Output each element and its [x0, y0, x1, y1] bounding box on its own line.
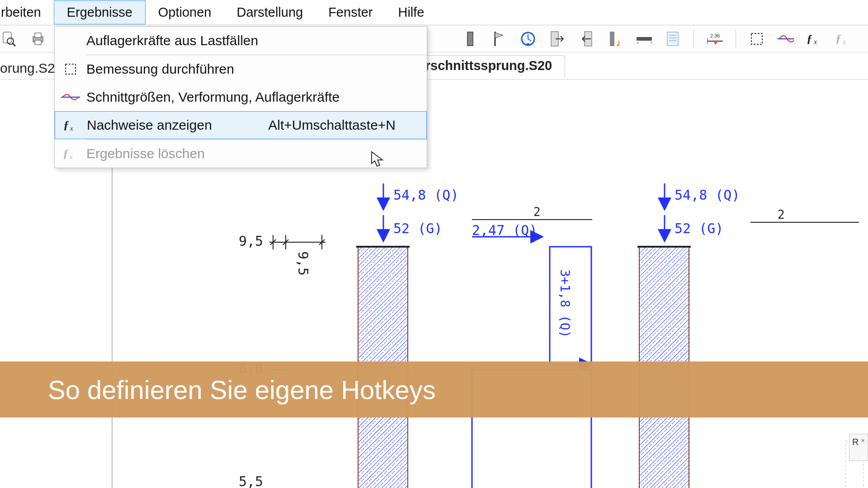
svg-rect-7 [468, 33, 472, 45]
menuitem-bemessung[interactable]: Bemessung durchführen [55, 55, 427, 83]
graph-icon [55, 92, 86, 102]
column-1: 54,8 (Q) 52 (G) [356, 183, 459, 488]
fx-icon[interactable]: ƒx [807, 31, 823, 47]
svg-text:2.36: 2.36 [710, 33, 720, 38]
dim-9-5: 9,5 9,5 [239, 233, 326, 276]
beam-icon[interactable] [636, 31, 652, 47]
menuitem-auflagerkraefte[interactable]: Auflagerkräfte aus Lastfällen [55, 27, 427, 55]
fx-grey-icon[interactable]: ƒx [835, 31, 852, 47]
flag-icon[interactable] [491, 31, 507, 47]
svg-line-2 [13, 43, 15, 46]
select-dashed-icon [55, 63, 86, 75]
menu-darstellung[interactable]: Darstellung [224, 0, 316, 24]
side-panel-right[interactable]: × R [849, 434, 868, 461]
menu-bearbeiten[interactable]: rbeiten [0, 0, 54, 24]
svg-line-15 [651, 42, 652, 43]
side-panel-label: R [852, 437, 859, 447]
svg-text:5,5: 5,5 [239, 474, 263, 488]
toolbar-separator [693, 30, 694, 48]
svg-text:x: x [70, 125, 73, 131]
nachweise-shortcut: Alt+Umschalttaste+N [268, 117, 418, 133]
mouse-cursor [371, 151, 384, 167]
svg-rect-12 [610, 32, 614, 46]
svg-text:2: 2 [778, 208, 785, 221]
printer-icon[interactable] [30, 31, 46, 47]
svg-text:52 (G): 52 (G) [675, 221, 723, 236]
menuitem-schnittgroessen[interactable]: Schnittgrößen, Verformung, Auflagerkräft… [55, 83, 427, 111]
menu-fenster[interactable]: Fenster [316, 0, 385, 24]
svg-text:ƒ: ƒ [63, 119, 69, 131]
toolbar-separator [736, 30, 736, 48]
svg-text:ƒ: ƒ [835, 33, 841, 45]
dim-9-5-label: 9,5 [239, 233, 263, 249]
tutorial-banner: So definieren Sie eigene Hotkeys [0, 361, 868, 418]
fx-grey-icon: ƒx [55, 147, 86, 160]
select-dashed-icon[interactable] [749, 31, 765, 47]
svg-text:2: 2 [533, 205, 541, 219]
svg-text:ƒ: ƒ [63, 147, 69, 160]
svg-text:54,8 (Q): 54,8 (Q) [393, 187, 459, 203]
dim-5-5: 5,5 [239, 474, 263, 488]
svg-rect-13 [637, 37, 652, 41]
graph-icon[interactable] [778, 31, 794, 47]
flame-icon[interactable] [607, 31, 623, 47]
svg-text:x: x [813, 38, 817, 45]
column-2: 54,8 (Q) 52 (G) [637, 183, 740, 488]
svg-text:3+1,8 (Q): 3+1,8 (Q) [557, 269, 572, 338]
menu-optionen[interactable]: Optionen [146, 0, 224, 24]
svg-rect-4 [35, 33, 41, 38]
sheet-icon[interactable] [665, 31, 681, 47]
menu-hilfe[interactable]: Hilfe [385, 0, 437, 24]
svg-rect-5 [35, 40, 41, 45]
side-load-frame: 3+1,8 (Q) [550, 247, 591, 364]
svg-text:2,47 (Q): 2,47 (Q) [472, 222, 538, 238]
svg-text:x: x [842, 38, 846, 45]
svg-text:x: x [69, 153, 73, 160]
fx-icon: ƒx [55, 119, 87, 131]
svg-text:54,8 (Q): 54,8 (Q) [675, 187, 740, 203]
span-dim-right: 2 [750, 208, 859, 222]
tutorial-banner-text: So definieren Sie eigene Hotkeys [48, 375, 436, 405]
door-out-icon[interactable] [549, 31, 565, 47]
tab-fragment-left[interactable]: orung.S2 [0, 61, 55, 76]
svg-text:52 (G): 52 (G) [393, 221, 442, 236]
menuitem-nachweise[interactable]: ƒx Nachweise anzeigen Alt+Umschalttaste+… [55, 111, 427, 139]
svg-rect-30 [66, 64, 75, 74]
column-icon[interactable] [462, 31, 478, 47]
svg-text:ƒ: ƒ [807, 33, 812, 45]
ergebnisse-dropdown: Auflagerkräfte aus Lastfällen Bemessung … [54, 26, 427, 168]
menubar: rbeiten Ergebnisse Optionen Darstellung … [0, 0, 868, 25]
magnify-page-icon[interactable] [1, 31, 17, 47]
span-dim: 2 2,47 (Q) [472, 205, 592, 238]
svg-rect-24 [751, 33, 762, 44]
door-in-icon[interactable] [578, 31, 594, 47]
svg-rect-16 [667, 32, 678, 46]
menu-ergebnisse[interactable]: Ergebnisse [54, 0, 146, 24]
clock-circle-icon[interactable] [520, 31, 536, 47]
dimension-icon[interactable]: 2.36 [707, 31, 723, 47]
close-icon[interactable]: × [861, 437, 865, 444]
dim-9-5-vert-label: 9,5 [295, 251, 311, 276]
svg-line-14 [637, 42, 638, 43]
